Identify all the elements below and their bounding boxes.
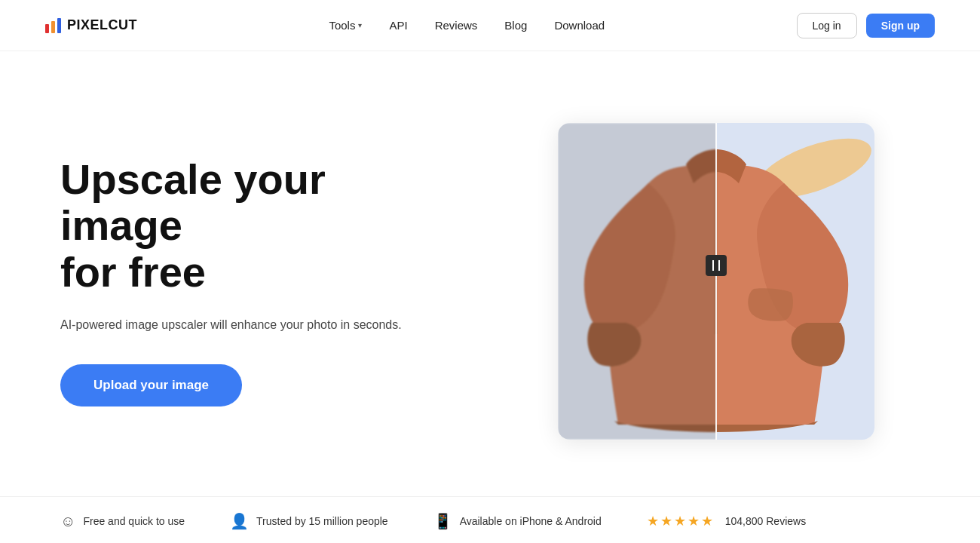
person-icon: 👤 — [230, 512, 249, 530]
trust-reviews: ★ ★ ★ ★ ★ 104,800 Reviews — [647, 513, 806, 529]
header-actions: Log in Sign up — [797, 13, 935, 38]
smile-icon: ☺ — [60, 513, 75, 530]
review-count-label: 104,800 Reviews — [725, 515, 806, 527]
phone-icon: 📱 — [433, 512, 452, 530]
trust-users-label: Trusted by 15 million people — [256, 515, 388, 527]
trust-free-label: Free and quick to use — [83, 515, 185, 527]
site-header: PIXELCUT Tools ▾ API Reviews Blog Downlo… — [0, 0, 980, 51]
comparison-divider — [715, 123, 717, 440]
trust-mobile-label: Available on iPhone & Android — [460, 515, 602, 527]
hero-section: Upscale your image for free AI-powered i… — [0, 51, 980, 496]
main-nav: Tools ▾ API Reviews Blog Download — [329, 19, 605, 32]
nav-reviews[interactable]: Reviews — [435, 19, 478, 32]
comparison-inner — [558, 123, 874, 440]
logo-icon — [45, 18, 61, 33]
trust-mobile: 📱 Available on iPhone & Android — [433, 512, 602, 530]
nav-api[interactable]: API — [389, 19, 407, 32]
signup-button[interactable]: Sign up — [866, 14, 935, 38]
hero-image-area — [498, 123, 935, 440]
hero-title: Upscale your image for free — [60, 156, 448, 296]
tools-chevron-icon: ▾ — [358, 21, 362, 29]
hero-content: Upscale your image for free AI-powered i… — [60, 156, 463, 407]
nav-download[interactable]: Download — [554, 19, 605, 32]
nav-tools[interactable]: Tools ▾ — [329, 19, 362, 32]
trust-free: ☺ Free and quick to use — [60, 513, 185, 530]
star-rating: ★ ★ ★ ★ ★ — [647, 513, 713, 529]
before-panel — [558, 123, 716, 440]
star-4: ★ — [688, 513, 700, 529]
upload-image-button[interactable]: Upload your image — [60, 364, 242, 406]
trust-bar: ☺ Free and quick to use 👤 Trusted by 15 … — [0, 496, 980, 543]
image-comparison — [558, 123, 874, 440]
star-5: ★ — [701, 513, 713, 529]
trust-users: 👤 Trusted by 15 million people — [230, 512, 388, 530]
comparison-handle — [706, 255, 727, 276]
hero-subtitle: AI-powered image upscaler will enhance y… — [60, 316, 448, 334]
nav-blog[interactable]: Blog — [504, 19, 527, 32]
after-panel — [716, 123, 874, 440]
logo[interactable]: PIXELCUT — [45, 17, 137, 33]
star-1: ★ — [647, 513, 659, 529]
star-3: ★ — [674, 513, 686, 529]
logo-text: PIXELCUT — [67, 17, 137, 33]
star-2: ★ — [660, 513, 672, 529]
login-button[interactable]: Log in — [797, 13, 857, 38]
